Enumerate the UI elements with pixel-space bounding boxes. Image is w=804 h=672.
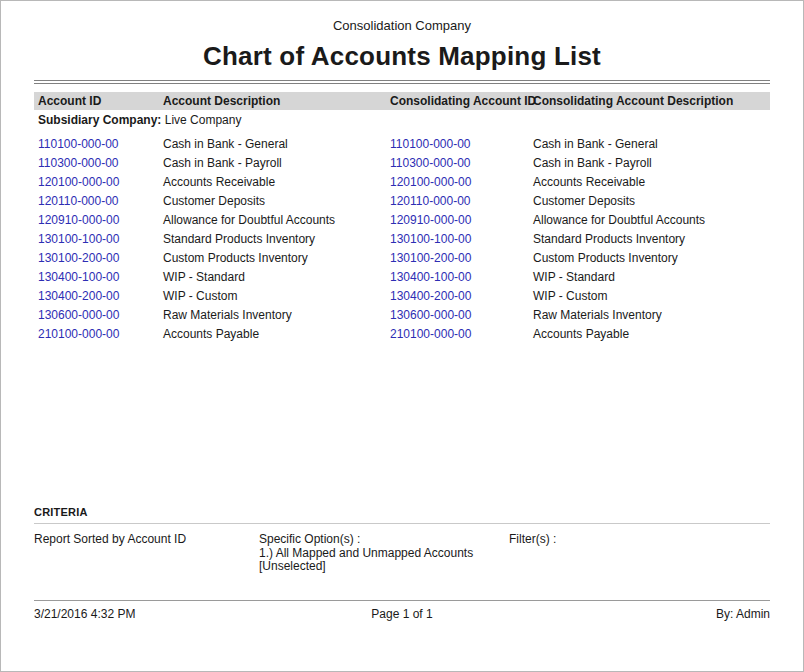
consolidating-account-id-cell[interactable]: 120100-000-00 bbox=[386, 172, 529, 191]
account-id-cell[interactable]: 130100-200-00 bbox=[34, 248, 159, 267]
group-value: Live Company bbox=[165, 113, 242, 127]
account-description-cell: Standard Products Inventory bbox=[159, 229, 386, 248]
group-header-row: Subsidiary Company: Live Company bbox=[34, 110, 770, 134]
account-description-cell: Allowance for Doubtful Accounts bbox=[159, 210, 386, 229]
account-id-cell[interactable]: 130400-200-00 bbox=[34, 286, 159, 305]
account-id-cell[interactable]: 120110-000-00 bbox=[34, 191, 159, 210]
specific-options-label: Specific Option(s) : bbox=[259, 533, 509, 547]
account-id-cell[interactable]: 210100-000-00 bbox=[34, 324, 159, 343]
account-id-cell[interactable]: 110300-000-00 bbox=[34, 153, 159, 172]
consolidating-account-description-cell: Custom Products Inventory bbox=[529, 248, 770, 267]
group-label: Subsidiary Company: bbox=[38, 113, 161, 127]
table-row: 130100-200-00Custom Products Inventory13… bbox=[34, 248, 770, 267]
table-row: 120100-000-00Accounts Receivable120100-0… bbox=[34, 172, 770, 191]
table-row: 130100-100-00Standard Products Inventory… bbox=[34, 229, 770, 248]
page-title: Chart of Accounts Mapping List bbox=[34, 39, 770, 73]
account-description-cell: WIP - Custom bbox=[159, 286, 386, 305]
account-id-cell[interactable]: 130100-100-00 bbox=[34, 229, 159, 248]
specific-option-state: [Unselected] bbox=[259, 560, 509, 574]
criteria-section: CRITERIA Report Sorted by Account ID Spe… bbox=[34, 506, 770, 574]
consolidating-account-id-cell[interactable]: 130600-000-00 bbox=[386, 305, 529, 324]
column-header-consolidating-account-description: Consolidating Account Description bbox=[529, 92, 770, 110]
accounts-table-body: Subsidiary Company: Live Company 110100-… bbox=[34, 110, 770, 343]
accounts-table: Account ID Account Description Consolida… bbox=[34, 92, 770, 343]
consolidating-account-description-cell: Standard Products Inventory bbox=[529, 229, 770, 248]
consolidating-account-description-cell: Cash in Bank - General bbox=[529, 134, 770, 153]
consolidating-account-id-cell[interactable]: 130400-200-00 bbox=[386, 286, 529, 305]
consolidating-account-id-cell[interactable]: 110300-000-00 bbox=[386, 153, 529, 172]
account-description-cell: Cash in Bank - General bbox=[159, 134, 386, 153]
consolidating-account-id-cell[interactable]: 210100-000-00 bbox=[386, 324, 529, 343]
consolidating-account-description-cell: WIP - Custom bbox=[529, 286, 770, 305]
title-divider bbox=[34, 80, 770, 84]
criteria-options: Specific Option(s) : 1.) All Mapped and … bbox=[259, 533, 509, 574]
account-description-cell: Cash in Bank - Payroll bbox=[159, 153, 386, 172]
table-row: 130400-200-00WIP - Custom130400-200-00WI… bbox=[34, 286, 770, 305]
footer-printed-by: By: Admin bbox=[527, 607, 770, 621]
table-row: 120110-000-00Customer Deposits120110-000… bbox=[34, 191, 770, 210]
account-id-cell[interactable]: 130400-100-00 bbox=[34, 267, 159, 286]
filters-label: Filter(s) : bbox=[509, 533, 770, 574]
account-description-cell: Accounts Receivable bbox=[159, 172, 386, 191]
report-footer: 3/21/2016 4:32 PM Page 1 of 1 By: Admin bbox=[34, 607, 770, 621]
account-id-cell[interactable]: 110100-000-00 bbox=[34, 134, 159, 153]
consolidating-account-id-cell[interactable]: 130400-100-00 bbox=[386, 267, 529, 286]
table-header-row: Account ID Account Description Consolida… bbox=[34, 92, 770, 110]
table-row: 210100-000-00Accounts Payable210100-000-… bbox=[34, 324, 770, 343]
table-row: 130400-100-00WIP - Standard130400-100-00… bbox=[34, 267, 770, 286]
criteria-divider bbox=[34, 523, 770, 524]
consolidating-account-description-cell: Customer Deposits bbox=[529, 191, 770, 210]
consolidating-account-id-cell[interactable]: 120110-000-00 bbox=[386, 191, 529, 210]
footer-page-number: Page 1 of 1 bbox=[277, 607, 527, 621]
consolidating-account-description-cell: WIP - Standard bbox=[529, 267, 770, 286]
footer-datetime: 3/21/2016 4:32 PM bbox=[34, 607, 277, 621]
account-id-cell[interactable]: 120100-000-00 bbox=[34, 172, 159, 191]
consolidating-account-id-cell[interactable]: 110100-000-00 bbox=[386, 134, 529, 153]
account-description-cell: Raw Materials Inventory bbox=[159, 305, 386, 324]
account-description-cell: Accounts Payable bbox=[159, 324, 386, 343]
column-header-consolidating-account-id: Consolidating Account ID bbox=[386, 92, 529, 110]
criteria-heading: CRITERIA bbox=[34, 506, 770, 518]
criteria-sort-text: Report Sorted by Account ID bbox=[34, 533, 259, 574]
consolidating-account-id-cell[interactable]: 130100-100-00 bbox=[386, 229, 529, 248]
table-row: 120910-000-00Allowance for Doubtful Acco… bbox=[34, 210, 770, 229]
consolidating-account-description-cell: Allowance for Doubtful Accounts bbox=[529, 210, 770, 229]
account-description-cell: WIP - Standard bbox=[159, 267, 386, 286]
consolidating-account-description-cell: Accounts Payable bbox=[529, 324, 770, 343]
column-header-account-id: Account ID bbox=[34, 92, 159, 110]
consolidating-account-id-cell[interactable]: 130100-200-00 bbox=[386, 248, 529, 267]
account-id-cell[interactable]: 120910-000-00 bbox=[34, 210, 159, 229]
specific-option-item: 1.) All Mapped and Unmapped Accounts bbox=[259, 547, 509, 561]
consolidating-account-description-cell: Cash in Bank - Payroll bbox=[529, 153, 770, 172]
table-row: 110100-000-00Cash in Bank - General11010… bbox=[34, 134, 770, 153]
consolidating-account-description-cell: Accounts Receivable bbox=[529, 172, 770, 191]
account-description-cell: Customer Deposits bbox=[159, 191, 386, 210]
table-row: 110300-000-00Cash in Bank - Payroll11030… bbox=[34, 153, 770, 172]
report-page: Consolidation Company Chart of Accounts … bbox=[0, 0, 804, 672]
footer-divider bbox=[34, 600, 770, 601]
account-description-cell: Custom Products Inventory bbox=[159, 248, 386, 267]
table-row: 130600-000-00Raw Materials Inventory1306… bbox=[34, 305, 770, 324]
account-id-cell[interactable]: 130600-000-00 bbox=[34, 305, 159, 324]
company-name: Consolidation Company bbox=[34, 17, 770, 34]
consolidating-account-id-cell[interactable]: 120910-000-00 bbox=[386, 210, 529, 229]
consolidating-account-description-cell: Raw Materials Inventory bbox=[529, 305, 770, 324]
column-header-account-description: Account Description bbox=[159, 92, 386, 110]
